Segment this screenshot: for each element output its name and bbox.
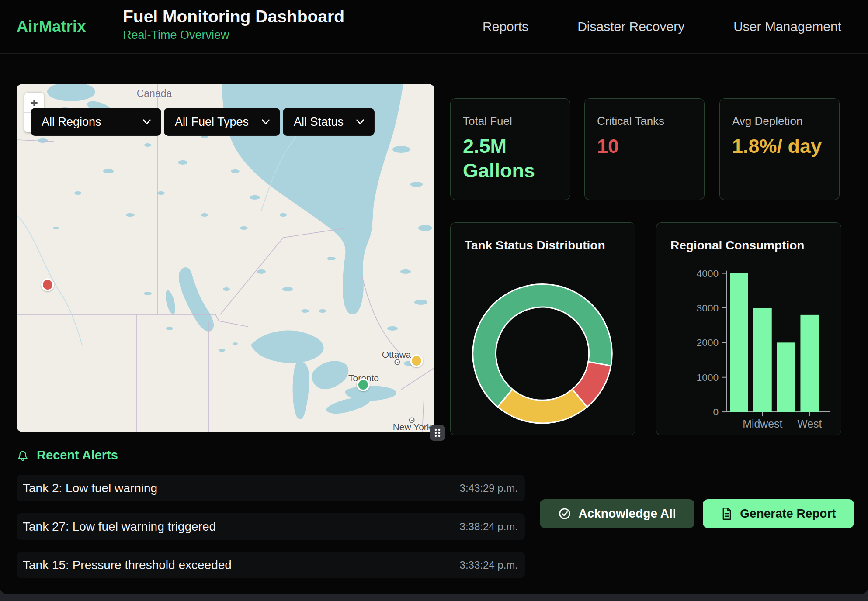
stat-label: Critical Tanks — [597, 114, 692, 128]
chevron-down-icon — [261, 119, 270, 125]
app-window: AirMatrix Fuel Monitoring Dashboard Real… — [0, 0, 868, 594]
acknowledge-all-label: Acknowledge All — [578, 507, 676, 521]
regional-consumption-card: Regional Consumption 01000200030004000Mi… — [656, 222, 841, 435]
alert-row: Tank 15: Pressure threshold exceeded3:33… — [17, 552, 525, 578]
ottawa-town-icon — [395, 359, 400, 365]
new-york-town-icon — [409, 418, 415, 423]
acknowledge-all-button[interactable]: Acknowledge All — [540, 499, 694, 528]
map-marker-critical[interactable] — [41, 278, 54, 291]
recent-alerts-label: Recent Alerts — [37, 448, 118, 463]
page-title: Fuel Monitoring Dashboard — [123, 7, 344, 26]
document-icon — [721, 507, 733, 520]
map-marker-warning[interactable] — [410, 354, 423, 367]
map-canvas[interactable]: Canada Ottawa Toronto New York + − All R… — [17, 84, 434, 432]
grip-icon — [432, 428, 443, 438]
primary-nav: ReportsDisaster RecoveryUser Management — [483, 0, 841, 53]
map-label-ottawa: Ottawa — [382, 349, 411, 360]
bell-icon — [17, 449, 29, 462]
map-label-canada: Canada — [137, 88, 172, 100]
brand-logo: AirMatrix — [17, 17, 86, 36]
alert-timestamp: 3:38:24 p.m. — [460, 521, 518, 533]
filter-dropdown-all-fuel-types[interactable]: All Fuel Types — [164, 108, 280, 136]
filter-dropdown-all-regions[interactable]: All Regions — [31, 108, 161, 136]
y-axis-tick-label: 2000 — [696, 337, 719, 348]
bar-region-4 — [800, 315, 819, 412]
recent-alerts-heading: Recent Alerts — [17, 448, 118, 463]
nav-item-reports[interactable]: Reports — [483, 19, 528, 34]
x-axis-tick-label: West — [797, 418, 822, 430]
alert-text: Tank 15: Pressure threshold exceeded — [23, 558, 232, 572]
tank-status-donut-chart — [451, 223, 635, 435]
stat-label: Total Fuel — [463, 114, 558, 128]
check-circle-icon — [558, 507, 571, 520]
y-axis-tick-label: 3000 — [696, 302, 719, 314]
page-subtitle: Real-Time Overview — [123, 28, 344, 42]
filter-label: All Status — [294, 115, 344, 129]
stat-card-critical-tanks: Critical Tanks10 — [584, 98, 705, 200]
filter-label: All Fuel Types — [175, 115, 249, 129]
alert-text: Tank 27: Low fuel warning triggered — [23, 520, 216, 534]
filter-label: All Regions — [42, 115, 101, 129]
y-axis-tick-label: 4000 — [696, 268, 719, 279]
generate-report-label: Generate Report — [740, 507, 836, 521]
bar-region-2 — [753, 308, 772, 412]
nav-item-disaster-recovery[interactable]: Disaster Recovery — [577, 19, 684, 34]
alert-timestamp: 3:33:24 p.m. — [460, 559, 518, 571]
tank-status-card: Tank Status Distribution — [450, 222, 635, 435]
map-filter-bar: All RegionsAll Fuel TypesAll Status — [31, 108, 375, 136]
chevron-down-icon — [142, 119, 151, 125]
y-axis-tick-label: 0 — [713, 406, 719, 418]
nav-item-user-management[interactable]: User Management — [733, 19, 841, 34]
alert-timestamp: 3:43:29 p.m. — [460, 482, 518, 494]
x-axis-tick-label: Midwest — [743, 418, 782, 430]
chevron-down-icon — [356, 119, 365, 125]
stat-card-total-fuel: Total Fuel2.5M Gallons — [450, 98, 570, 200]
bar-region-1 — [730, 273, 748, 412]
drag-grip-handle[interactable] — [430, 425, 445, 441]
alert-row: Tank 27: Low fuel warning triggered3:38:… — [17, 513, 525, 540]
stat-label: Avg Depletion — [732, 114, 827, 128]
alert-row: Tank 2: Low fuel warning3:43:29 p.m. — [17, 475, 525, 501]
y-axis-tick-label: 1000 — [696, 372, 719, 383]
alert-text: Tank 2: Low fuel warning — [23, 481, 157, 495]
stat-value: 10 — [597, 134, 691, 159]
regional-consumption-bar-chart: 01000200030004000MidwestWest — [656, 223, 841, 435]
filter-dropdown-all-status[interactable]: All Status — [283, 108, 375, 136]
donut-segment-warning — [498, 389, 587, 423]
map-label-new-york: New York — [393, 422, 432, 432]
stat-card-avg-depletion: Avg Depletion1.8%/ day — [719, 98, 840, 200]
title-block: Fuel Monitoring Dashboard Real-Time Over… — [123, 7, 344, 42]
header: AirMatrix Fuel Monitoring Dashboard Real… — [0, 0, 868, 54]
bar-region-3 — [777, 342, 795, 412]
stat-value: 1.8%/ day — [732, 134, 826, 159]
stat-value: 2.5M Gallons — [463, 134, 557, 183]
map-marker-normal[interactable] — [357, 378, 370, 391]
generate-report-button[interactable]: Generate Report — [703, 499, 854, 528]
